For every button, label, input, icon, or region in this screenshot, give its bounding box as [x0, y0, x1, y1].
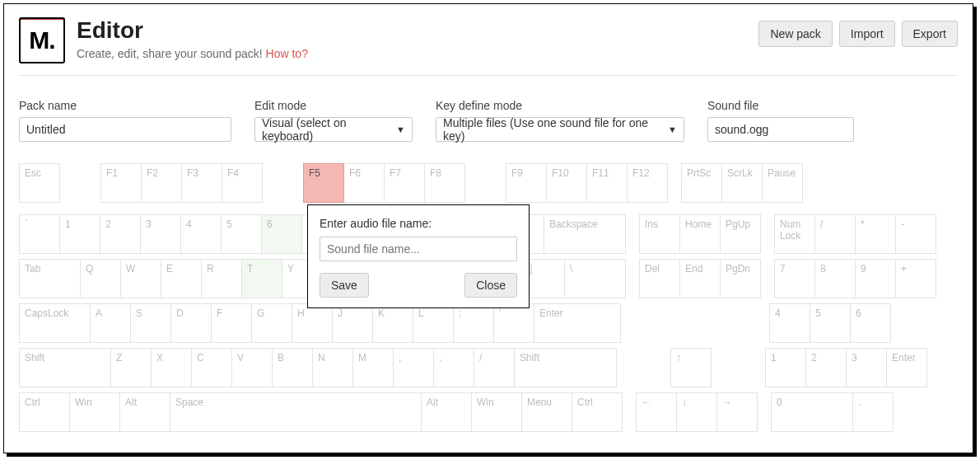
key-v[interactable]: V [231, 348, 273, 387]
key-num9[interactable]: 9 [855, 259, 896, 298]
key-c[interactable]: C [191, 348, 232, 387]
key-numdot[interactable]: . [852, 392, 894, 432]
key-f6[interactable]: F6 [343, 163, 385, 203]
key-t[interactable]: T [241, 259, 282, 298]
key-rbracket[interactable]: ] [524, 259, 565, 298]
key-capslock[interactable]: CapsLock [19, 303, 91, 343]
key-num7[interactable]: 7 [774, 259, 815, 298]
filename-input[interactable] [320, 237, 517, 261]
key-s[interactable]: S [130, 303, 171, 343]
key-num0[interactable]: 0 [771, 392, 853, 432]
key-esc[interactable]: Esc [19, 163, 60, 203]
key-num3[interactable]: 3 [846, 348, 887, 387]
close-button[interactable]: Close [464, 273, 517, 298]
key-home[interactable]: Home [679, 214, 721, 254]
key-prtsc[interactable]: PrtSc [681, 163, 722, 203]
key-numdiv[interactable]: / [814, 214, 856, 254]
key-f12[interactable]: F12 [627, 163, 668, 203]
key-menu[interactable]: Menu [521, 392, 572, 432]
key-2[interactable]: 2 [100, 214, 141, 254]
key-scrlk[interactable]: ScrLk [721, 163, 763, 203]
key-f[interactable]: F [211, 303, 252, 343]
key-define-select[interactable]: Multiple files (Use one sound file for o… [436, 117, 684, 142]
edit-mode-select[interactable]: Visual (select on keyboard) ▼ [254, 117, 413, 142]
key-num4[interactable]: 4 [769, 303, 810, 343]
key-slash[interactable]: / [474, 348, 515, 387]
key-n[interactable]: N [312, 348, 353, 387]
key-del[interactable]: Del [639, 259, 680, 298]
key-f9[interactable]: F9 [506, 163, 547, 203]
key-f5[interactable]: F5 [303, 163, 344, 203]
key-f11[interactable]: F11 [586, 163, 628, 203]
key-backslash[interactable]: \ [564, 259, 626, 298]
key-f1[interactable]: F1 [100, 163, 142, 203]
key-backtick[interactable]: ` [19, 214, 60, 254]
key-f2[interactable]: F2 [141, 163, 182, 203]
key-j[interactable]: J [332, 303, 373, 343]
key-rctrl[interactable]: Ctrl [572, 392, 623, 432]
key-lalt[interactable]: Alt [119, 392, 170, 432]
key-3[interactable]: 3 [140, 214, 181, 254]
key-num8[interactable]: 8 [814, 259, 856, 298]
key-1[interactable]: 1 [59, 214, 100, 254]
key-up[interactable]: ↑ [670, 348, 712, 387]
key-f3[interactable]: F3 [181, 163, 222, 203]
key-num1[interactable]: 1 [765, 348, 806, 387]
new-pack-button[interactable]: New pack [758, 21, 832, 47]
key-f8[interactable]: F8 [424, 163, 465, 203]
key-comma[interactable]: , [393, 348, 434, 387]
key-period[interactable]: . [433, 348, 474, 387]
key-ins[interactable]: Ins [639, 214, 680, 254]
sound-file-input[interactable] [707, 117, 854, 142]
key-x[interactable]: X [151, 348, 192, 387]
key-nummul[interactable]: * [855, 214, 896, 254]
key-6[interactable]: 6 [261, 214, 302, 254]
key-d[interactable]: D [170, 303, 212, 343]
key-e[interactable]: E [161, 259, 202, 298]
key-enter[interactable]: Enter [534, 303, 621, 343]
key-g[interactable]: G [251, 303, 292, 343]
key-down[interactable]: ↓ [676, 392, 717, 432]
key-ralt[interactable]: Alt [421, 392, 472, 432]
pack-name-input[interactable] [19, 117, 231, 142]
key-numlock[interactable]: Num Lock [774, 214, 815, 254]
key-lwin[interactable]: Win [69, 392, 120, 432]
key-f4[interactable]: F4 [222, 163, 263, 203]
key-semicolon[interactable]: ; [453, 303, 494, 343]
key-f10[interactable]: F10 [546, 163, 587, 203]
key-4[interactable]: 4 [180, 214, 222, 254]
key-right[interactable]: → [716, 392, 758, 432]
export-button[interactable]: Export [902, 21, 958, 47]
key-m[interactable]: M [352, 348, 394, 387]
key-left[interactable]: ← [636, 392, 677, 432]
key-pgup[interactable]: PgUp [720, 214, 761, 254]
key-l[interactable]: L [413, 303, 454, 343]
key-rshift[interactable]: Shift [514, 348, 617, 387]
key-end[interactable]: End [679, 259, 721, 298]
key-z[interactable]: Z [110, 348, 152, 387]
key-q[interactable]: Q [80, 259, 121, 298]
key-pause[interactable]: Pause [762, 163, 803, 203]
save-button[interactable]: Save [320, 273, 369, 298]
key-h[interactable]: H [292, 303, 333, 343]
key-numenter[interactable]: Enter [886, 348, 927, 387]
key-k[interactable]: K [372, 303, 413, 343]
key-tab[interactable]: Tab [19, 259, 81, 298]
key-num6[interactable]: 6 [850, 303, 891, 343]
key-space[interactable]: Space [170, 392, 422, 432]
key-apostrophe[interactable]: ' [493, 303, 534, 343]
key-f7[interactable]: F7 [384, 163, 425, 203]
key-numadd[interactable]: + [895, 259, 936, 298]
key-num2[interactable]: 2 [805, 348, 847, 387]
key-num5[interactable]: 5 [810, 303, 851, 343]
key-numsub[interactable]: - [895, 214, 936, 254]
key-lctrl[interactable]: Ctrl [19, 392, 70, 432]
key-lshift[interactable]: Shift [19, 348, 111, 387]
key-w[interactable]: W [120, 259, 161, 298]
key-a[interactable]: A [90, 303, 131, 343]
how-to-link[interactable]: How to? [266, 47, 308, 60]
key-r[interactable]: R [201, 259, 242, 298]
key-pgdn[interactable]: PgDn [720, 259, 761, 298]
key-5[interactable]: 5 [221, 214, 262, 254]
key-backspace[interactable]: Backspace [544, 214, 626, 254]
